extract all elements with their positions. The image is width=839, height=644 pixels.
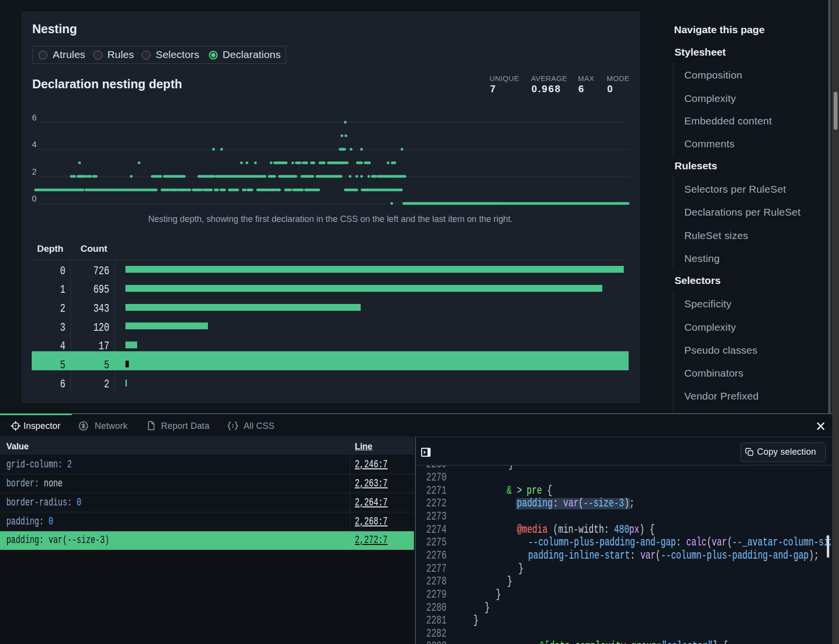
svg-text:6: 6	[32, 113, 37, 122]
svg-text:4: 4	[32, 140, 37, 149]
svg-text:2: 2	[32, 167, 37, 177]
svg-text:0: 0	[32, 194, 37, 203]
